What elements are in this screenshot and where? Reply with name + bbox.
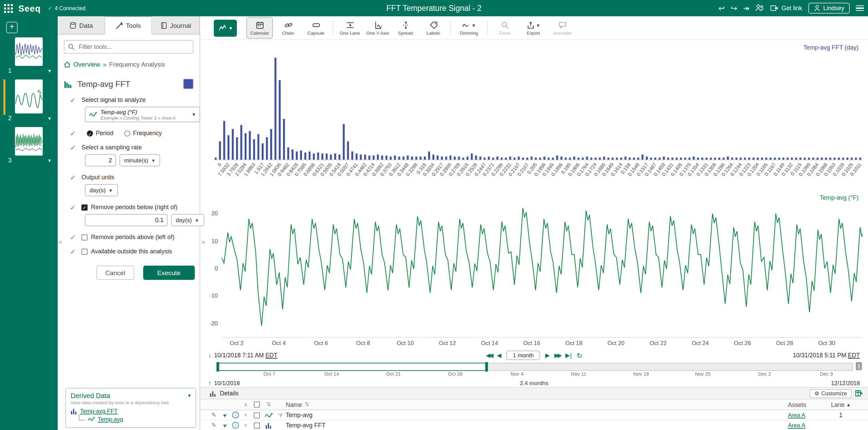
export-button[interactable]: ▼ Export [520,18,547,38]
worksheet-row-1[interactable]: 1▾ [0,66,58,77]
fft-series-label[interactable]: Temp-avg FFT (day) [803,44,858,51]
timeline-end-handle[interactable] [856,362,862,370]
cancel-button[interactable]: Cancel [96,266,134,280]
remove-below-unit-dropdown[interactable]: day(s)▼ [171,214,204,226]
select-all-checkbox[interactable] [253,401,260,408]
remove-icon[interactable]: × [241,422,250,429]
trend-chart[interactable]: Temp-avg (°F) 20100-10-20 Oct 2Oct 4Oct … [200,192,868,350]
remove-all-icon[interactable]: × [241,401,250,408]
tab-tools[interactable]: Tools [105,16,152,35]
sort-type-icon[interactable]: ⇅ [263,401,275,408]
step-back-button[interactable]: ◀ [497,352,501,359]
spread-button[interactable]: Spread [393,18,418,38]
filter-tools-input[interactable] [77,43,189,51]
timeline-track[interactable] [216,363,853,371]
calendar-button[interactable]: Calendar [246,17,273,39]
hamburger-menu-icon[interactable] [856,4,864,13]
trend-x-axis[interactable]: Oct 2Oct 4Oct 6Oct 8Oct 10Oct 12Oct 14Oc… [222,340,863,348]
auto-update-button[interactable]: ↻ [577,352,582,359]
sort-name-icon[interactable]: ⇅ [305,401,309,408]
add-column-icon[interactable] [855,390,863,397]
assets-column-header[interactable]: Assets [788,401,829,408]
details-row-temp-avg[interactable]: ✎ ➤ i × °F Temp-avg Area A 1 [200,410,868,420]
selection-left-handle[interactable] [216,362,219,372]
info-icon[interactable]: i [232,412,239,418]
timeline-selection[interactable] [217,363,487,371]
connection-status[interactable]: ✓4 Connected [48,5,86,12]
user-menu-button[interactable]: Lindsey [808,3,850,14]
remove-below-checkbox[interactable]: ✓Remove periods below (right of) [81,204,193,211]
investigate-range-duration[interactable]: 2.4 months [200,379,868,386]
remove-icon[interactable]: × [241,412,250,418]
worksheet-row-3[interactable]: 3▾ [0,156,58,166]
step-size-button[interactable]: 1 month [506,351,540,360]
one-y-axis-button[interactable]: One Y-Axis [365,18,390,38]
view-mode-dropdown-button[interactable]: ▼ [214,19,237,36]
row-checkbox[interactable] [253,422,260,428]
frequency-radio[interactable]: Frequency [124,130,162,137]
filter-tools-field[interactable] [64,40,193,54]
add-worksheet-button[interactable]: + [6,22,18,33]
color-swatch-button[interactable] [183,79,193,89]
edit-icon[interactable]: ✎ [208,422,219,429]
selection-right-handle[interactable] [485,362,488,372]
asset-link[interactable]: Area A [788,422,805,429]
get-link-button[interactable]: Get link [771,4,802,12]
lane-column-header[interactable]: Lane ▲ [829,401,853,408]
row-checkbox[interactable] [253,412,260,418]
asset-link[interactable]: Area A [788,412,805,418]
item-name[interactable]: Temp-avg FFT [286,422,788,429]
sampling-rate-input[interactable] [85,154,116,166]
step-to-end-button[interactable]: ▶❘ [565,352,572,359]
customize-button[interactable]: ⚙Customize [810,389,852,398]
execute-button[interactable]: Execute [143,266,195,280]
step-forward-button[interactable]: ▶ [545,352,550,359]
trend-plot-area[interactable] [222,202,863,338]
tab-data[interactable]: Data [58,16,105,34]
tab-journal[interactable]: Journal [152,16,200,34]
users-icon[interactable] [756,4,765,13]
capsule-button[interactable]: Capsule [303,18,328,38]
chevron-down-icon[interactable]: ▾ [48,68,51,74]
period-radio[interactable]: ✓Period [87,130,113,137]
step-back-much-button[interactable]: ◀◀ [486,352,492,359]
fft-plot-area[interactable] [214,55,863,160]
step-forward-much-button[interactable]: ▶▶ [554,352,561,359]
fft-chart[interactable]: Temp-avg FFT (day) 07.58323.79262.52841.… [200,40,868,192]
trend-y-axis[interactable]: 20100-10-20 [202,202,220,338]
send-icon[interactable]: ➤ [221,411,228,419]
dimming-button[interactable]: ▼ Dimming [455,18,483,38]
info-icon[interactable]: i [232,422,239,429]
one-lane-button[interactable]: One Lane [337,18,362,38]
collapse-rail-handle[interactable]: « [58,235,63,249]
seeq-logo[interactable]: Seeq [18,3,41,13]
available-outside-checkbox[interactable]: Available outside this analysis [81,248,193,255]
labels-button[interactable]: Labels [421,18,446,38]
details-row-temp-avg-fft[interactable]: ✎ ➤ i × Temp-avg FFT Area A [200,420,868,430]
undo-icon[interactable]: ↩ [719,4,725,12]
remove-below-value-input[interactable] [85,214,168,226]
signal-series-label[interactable]: Temp-avg (°F) [820,194,858,201]
collapse-panel-handle[interactable]: « [201,235,206,249]
worksheet-thumbnail-1[interactable] [15,37,43,66]
signal-select-dropdown[interactable]: Temp-avg (°F) Example » Cooling Tower 1 … [85,107,200,122]
send-icon[interactable]: ➤ [221,422,228,429]
collapse-chevron-icon[interactable]: ▾ [188,393,191,399]
breadcrumb-overview-link[interactable]: Overview [73,60,100,68]
chain-button[interactable]: Chain [276,18,301,38]
chevron-down-icon[interactable]: ▾ [48,157,51,163]
edit-icon[interactable]: ✎ [208,412,219,418]
redo-all-icon[interactable]: ↠ [743,4,749,12]
sampling-unit-dropdown[interactable]: minute(s)▼ [119,154,161,166]
worksheet-thumbnail-2[interactable]: ✎ [15,79,43,113]
worksheet-thumbnail-3[interactable] [15,127,43,156]
redo-icon[interactable]: ↪ [731,4,737,12]
output-unit-dropdown[interactable]: day(s)▼ [85,184,118,196]
remove-above-checkbox[interactable]: Remove periods above (left of) [81,234,193,240]
app-switcher-icon[interactable] [4,4,13,13]
chevron-down-icon[interactable]: ▾ [48,115,51,121]
name-column-header[interactable]: Name⇅ [286,401,788,408]
timezone-link[interactable]: EDT [848,352,860,359]
home-icon[interactable] [64,61,71,68]
item-name[interactable]: Temp-avg [286,412,788,418]
